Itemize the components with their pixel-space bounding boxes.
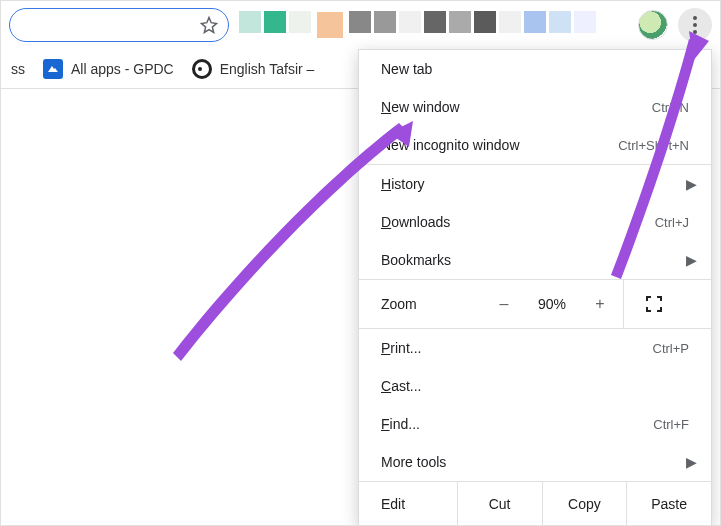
svg-point-0 [693,16,697,20]
browser-toolbar [1,1,720,49]
edit-copy-button[interactable]: Copy [542,482,627,525]
ext-tile[interactable] [449,11,471,33]
menu-item-downloads[interactable]: Downloads Ctrl+J [359,203,711,241]
ext-tile[interactable] [424,11,446,33]
menu-item-label: History [381,176,689,192]
address-bar[interactable] [9,8,229,42]
menu-item-label: Bookmarks [381,252,689,268]
menu-shortcut: Ctrl+Shift+N [618,138,689,153]
menu-item-cast[interactable]: Cast... [359,367,711,405]
menu-item-new-window[interactable]: New window Ctrl+N [359,88,711,126]
menu-item-new-incognito[interactable]: New incognito window Ctrl+Shift+N [359,126,711,164]
edit-paste-button[interactable]: Paste [626,482,711,525]
submenu-arrow-icon: ▶ [686,252,697,268]
menu-edit-row: Edit Cut Copy Paste [359,481,711,525]
svg-point-1 [693,23,697,27]
menu-item-label: New window [381,99,652,115]
menu-shortcut: Ctrl+F [653,417,689,432]
menu-item-label: New tab [381,61,689,77]
bookmark-item[interactable]: English Tafsir – [192,59,315,79]
profile-avatar[interactable] [638,10,668,40]
globe-icon [192,59,212,79]
fullscreen-icon [646,296,662,312]
menu-shortcut: Ctrl+P [653,341,689,356]
menu-zoom-row: Zoom – 90% + [359,280,711,328]
zoom-percent: 90% [527,296,577,312]
menu-shortcut: Ctrl+J [655,215,689,230]
ext-tile[interactable] [524,11,546,33]
ext-tile[interactable] [374,11,396,33]
ext-tile[interactable] [289,11,311,33]
bookmark-label: All apps - GPDC [71,61,174,77]
ext-tile[interactable] [317,12,343,38]
ext-tile[interactable] [574,11,596,33]
ext-tile[interactable] [349,11,371,33]
chrome-main-menu: New tab New window Ctrl+N New incognito … [358,49,712,526]
fullscreen-button[interactable] [624,296,684,312]
menu-item-label: New incognito window [381,137,618,153]
edit-cut-button[interactable]: Cut [457,482,542,525]
zoom-out-button[interactable]: – [481,295,527,313]
extension-tiles [239,11,596,39]
more-menu-button[interactable] [678,8,712,42]
menu-item-label: Print... [381,340,653,356]
ext-tile[interactable] [549,11,571,33]
menu-item-label: Find... [381,416,653,432]
menu-item-bookmarks[interactable]: Bookmarks ▶ [359,241,711,279]
menu-item-label: More tools [381,454,689,470]
ext-tile[interactable] [499,11,521,33]
ext-tile[interactable] [264,11,286,33]
menu-item-find[interactable]: Find... Ctrl+F [359,405,711,443]
menu-item-history[interactable]: History ▶ [359,165,711,203]
bookmark-item[interactable]: All apps - GPDC [43,59,174,79]
bookmark-label: ss [11,61,25,77]
menu-item-print[interactable]: Print... Ctrl+P [359,329,711,367]
zoom-in-button[interactable]: + [577,295,623,313]
edit-label: Edit [359,482,457,525]
star-icon[interactable] [200,16,218,34]
bookmark-item[interactable]: ss [11,61,25,77]
menu-item-more-tools[interactable]: More tools ▶ [359,443,711,481]
zoom-label: Zoom [381,296,481,312]
submenu-arrow-icon: ▶ [686,176,697,192]
ext-tile[interactable] [399,11,421,33]
more-vert-icon [693,16,697,34]
folder-blue-icon [43,59,63,79]
menu-item-label: Downloads [381,214,655,230]
menu-shortcut: Ctrl+N [652,100,689,115]
submenu-arrow-icon: ▶ [686,454,697,470]
bookmark-label: English Tafsir – [220,61,315,77]
svg-point-2 [693,30,697,34]
menu-item-new-tab[interactable]: New tab [359,50,711,88]
ext-tile[interactable] [239,11,261,33]
ext-tile[interactable] [474,11,496,33]
menu-item-label: Cast... [381,378,689,394]
